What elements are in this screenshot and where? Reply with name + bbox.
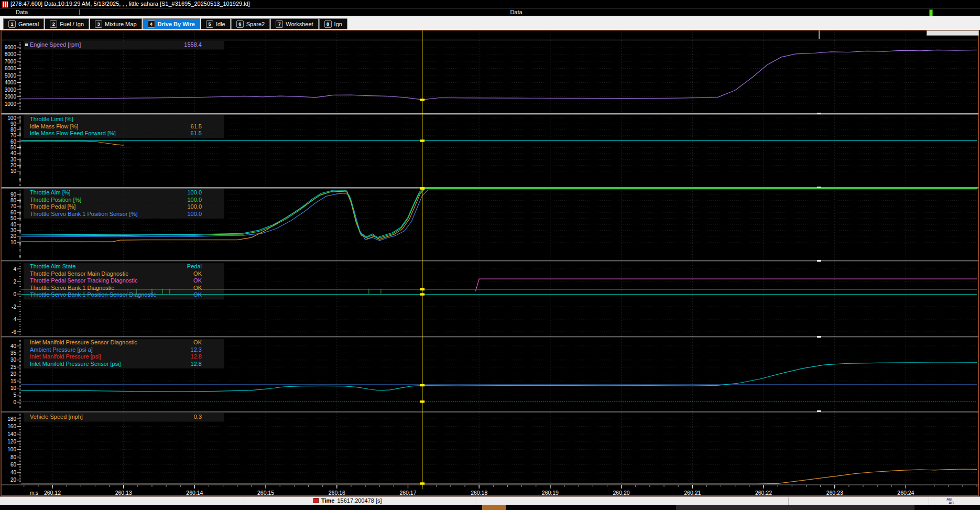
channel-row-engine-speed-0[interactable]: Engine Speed [rpm]1558.4 — [24, 41, 202, 49]
channel-label: Throttle Servo Bank 1 Position Sensor Di… — [30, 291, 156, 299]
channel-value: OK — [193, 339, 202, 346]
channel-label: Inlet Manifold Pressure [psi] — [30, 353, 101, 361]
channel-row-pressure-0[interactable]: Inlet Manifold Pressure Sensor Diagnosti… — [24, 339, 202, 346]
channel-label: Engine Speed [rpm] — [30, 41, 81, 49]
channel-value: 100.0 — [187, 203, 202, 211]
channel-label: Throttle Servo Bank 1 Position Sensor [%… — [30, 211, 137, 218]
channel-value: OK — [193, 291, 202, 299]
channel-label: Throttle Pedal Sensor Tracking Diagnosti… — [30, 277, 137, 285]
channel-label: Throttle Pedal [%] — [30, 203, 75, 211]
channel-row-diagnostics-1[interactable]: Throttle Pedal Sensor Main DiagnosticOK — [24, 270, 202, 278]
lang-ab: AB — [946, 497, 952, 501]
channel-label: Idle Mass Flow Feed Forward [%] — [30, 130, 116, 137]
channel-label: Inlet Manifold Pressure Sensor Diagnosti… — [30, 339, 137, 346]
tab-general[interactable]: 1General — [3, 18, 44, 29]
channel-row-idle-1[interactable]: Idle Mass Flow [%]61.5 — [24, 123, 202, 131]
workbook-caption: Data — [495, 9, 537, 15]
channel-row-diagnostics-3[interactable]: Throttle Servo Bank 1 DiagnosticOK — [24, 285, 202, 292]
channel-value: 100.0 — [187, 189, 202, 197]
channel-row-throttle-3[interactable]: Throttle Servo Bank 1 Position Sensor [%… — [24, 211, 202, 218]
time-marker-icon — [313, 498, 319, 503]
taskbar-segment-gray — [676, 505, 914, 510]
channel-swatch-icon — [25, 44, 28, 46]
status-divider — [475, 497, 475, 505]
tab-label: Worksheet — [286, 21, 313, 27]
menu-item-data[interactable]: Data — [16, 9, 28, 15]
channel-value: OK — [193, 270, 202, 278]
lang-ac: AC — [949, 501, 954, 505]
tab-number-badge: 1 — [8, 20, 16, 28]
tab-worksheet[interactable]: 7Worksheet — [270, 18, 318, 29]
status-divider — [245, 497, 245, 505]
tab-label: Mixture Map — [105, 21, 137, 27]
status-divider — [929, 497, 929, 505]
channel-value: 0.3 — [194, 414, 202, 421]
tab-number-badge: 8 — [324, 20, 332, 28]
tab-label: Ign — [334, 21, 342, 27]
channel-value: 12.8 — [191, 361, 202, 368]
channel-label: Throttle Limit [%] — [30, 116, 73, 123]
channel-row-throttle-2[interactable]: Throttle Pedal [%]100.0 — [24, 203, 202, 211]
tab-label: Spare2 — [246, 21, 265, 27]
channel-label: Throttle Pedal Sensor Main Diagnostic — [30, 270, 128, 278]
tab-label: Drive By Wire — [158, 21, 195, 27]
tab-idle[interactable]: 5Idle — [201, 18, 231, 29]
channel-label: Throttle Aim [%] — [30, 189, 71, 197]
channel-row-pressure-1[interactable]: Ambient Pressure [psi a]12.3 — [24, 346, 202, 354]
language-indicator[interactable]: AB AC — [946, 497, 954, 505]
channel-label: Inlet Manifold Pressure Sensor [psi] — [30, 361, 121, 368]
status-divider — [788, 497, 789, 505]
channel-value: 12.8 — [191, 353, 202, 361]
channel-label: Throttle Aim State — [30, 263, 75, 270]
channel-value: 1558.4 — [184, 41, 202, 49]
channel-row-throttle-0[interactable]: Throttle Aim [%]100.0 — [24, 189, 202, 197]
channel-row-pressure-3[interactable]: Inlet Manifold Pressure Sensor [psi]12.8 — [24, 361, 202, 368]
channel-value: 61.5 — [191, 130, 202, 137]
channel-value: OK — [193, 285, 202, 292]
channel-row-throttle-1[interactable]: Throttle Position [%]100.0 — [24, 197, 202, 204]
channel-label: Throttle Servo Bank 1 Diagnostic — [30, 285, 114, 292]
cursor-time-readout: Time 15617.200478 [s] — [313, 497, 382, 504]
tab-number-badge: 5 — [206, 20, 213, 28]
tab-number-badge: 7 — [276, 20, 283, 28]
time-label: Time — [321, 497, 334, 504]
channel-row-vehicle-speed-0[interactable]: Vehicle Speed [mph]0.3 — [24, 414, 202, 421]
channel-value: 12.3 — [191, 346, 202, 354]
channel-legend-layer: Engine Speed [rpm]1558.4Throttle Limit [… — [0, 0, 980, 510]
tab-label: Idle — [216, 21, 225, 27]
channel-value: 100.0 — [187, 197, 202, 204]
channel-row-diagnostics-2[interactable]: Throttle Pedal Sensor Tracking Diagnosti… — [24, 277, 202, 285]
tab-label: Fuel / Ign — [60, 21, 84, 27]
tab-number-badge: 3 — [95, 20, 102, 28]
menu-bar: Data Data — [0, 8, 980, 16]
tab-number-badge: 2 — [50, 20, 57, 28]
channel-row-pressure-2[interactable]: Inlet Manifold Pressure [psi]12.8 — [24, 353, 202, 361]
taskbar-segment-orange — [482, 505, 506, 510]
channel-row-idle-2[interactable]: Idle Mass Flow Feed Forward [%]61.5 — [24, 130, 202, 137]
channel-label: Ambient Pressure [psi a] — [30, 346, 93, 354]
tab-spare2[interactable]: 6Spare2 — [231, 18, 270, 29]
tab-mixture-map[interactable]: 3Mixture Map — [90, 18, 142, 29]
tab-number-badge: 6 — [236, 20, 244, 28]
status-bar: Time 15617.200478 [s] AB AC — [0, 496, 980, 505]
tab-drive-by-wire[interactable]: 4Drive By Wire — [143, 18, 200, 29]
status-led-icon — [929, 9, 933, 16]
worksheet-tab-bar: 1General2Fuel / Ign3Mixture Map4Drive By… — [0, 16, 980, 30]
window-title: [278:47.600] Data,10:19:29 AM, 5/13/2025… — [10, 1, 250, 7]
channel-value: 100.0 — [187, 211, 202, 218]
channel-label: Throttle Position [%] — [30, 197, 81, 204]
channel-label: Vehicle Speed [mph] — [30, 414, 83, 421]
channel-row-diagnostics-4[interactable]: Throttle Servo Bank 1 Position Sensor Di… — [24, 291, 202, 299]
tab-label: General — [18, 21, 39, 27]
time-value: 15617.200478 [s] — [337, 497, 382, 504]
channel-value: 61.5 — [191, 123, 202, 131]
channel-value: Pedal — [187, 263, 202, 270]
tab-ign[interactable]: 8Ign — [319, 18, 347, 29]
menu-cursor-mark — [79, 9, 80, 15]
channel-row-diagnostics-0[interactable]: Throttle Aim StatePedal — [24, 263, 202, 270]
channel-row-idle-0[interactable]: Throttle Limit [%] — [24, 116, 202, 123]
taskbar-strip — [0, 505, 980, 510]
title-bar: [278:47.600] Data,10:19:29 AM, 5/13/2025… — [0, 0, 980, 8]
tab-fuel-ign[interactable]: 2Fuel / Ign — [45, 18, 89, 29]
app-icon — [2, 1, 8, 8]
